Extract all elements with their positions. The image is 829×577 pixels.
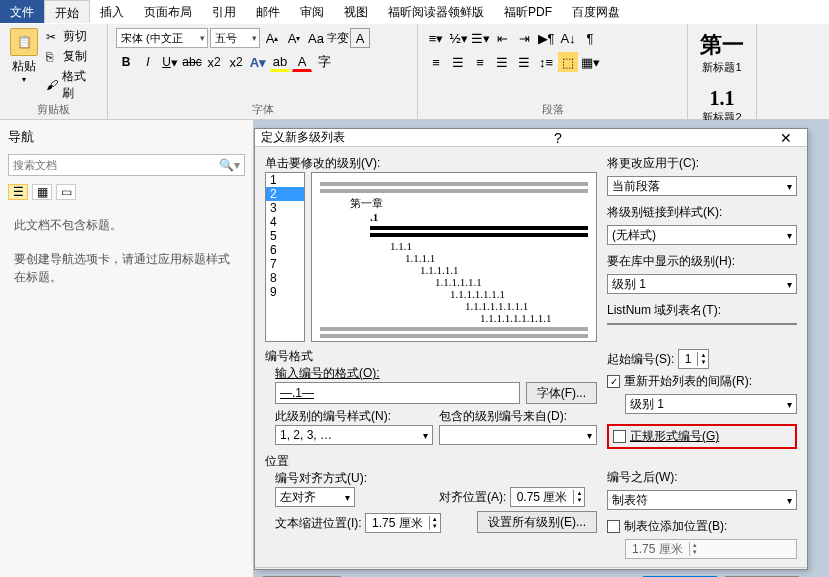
number-format-input[interactable]: —.1— xyxy=(275,382,520,404)
style-heading1[interactable]: 第一 新标题1 xyxy=(696,28,748,77)
align-left-button[interactable]: ≡ xyxy=(426,52,446,72)
format-painter-button[interactable]: 🖌格式刷 xyxy=(46,68,97,102)
superscript-button[interactable]: x2 xyxy=(226,52,246,72)
tab-file[interactable]: 文件 xyxy=(0,0,44,23)
level-list[interactable]: 1 2 3 4 5 6 7 8 9 xyxy=(265,172,305,342)
multilevel-button[interactable]: ☰▾ xyxy=(470,28,490,48)
tab-insert[interactable]: 插入 xyxy=(90,0,134,23)
grow-font-button[interactable]: A▴ xyxy=(262,28,282,48)
clear-format-button[interactable]: A xyxy=(350,28,370,48)
fmt-section-label: 编号格式 xyxy=(265,348,597,365)
highlight-button[interactable]: ab xyxy=(270,52,290,72)
tab-review[interactable]: 审阅 xyxy=(290,0,334,23)
distribute-button[interactable]: ☰ xyxy=(514,52,534,72)
pages-tab[interactable]: ▦ xyxy=(32,184,52,200)
justify-button[interactable]: ☰ xyxy=(492,52,512,72)
ltr-button[interactable]: ▶¶ xyxy=(536,28,556,48)
start-at-spinner[interactable]: 1▲▼ xyxy=(678,349,710,369)
search-input[interactable]: 🔍▾ xyxy=(8,154,245,176)
copy-button[interactable]: ⎘复制 xyxy=(46,48,97,65)
legal-label: 正规形式编号(G) xyxy=(630,428,719,445)
follow-combo[interactable]: 制表符 xyxy=(607,490,797,510)
group-para-label: 段落 xyxy=(418,102,687,117)
tab-view[interactable]: 视图 xyxy=(334,0,378,23)
tab-foxit[interactable]: 福昕阅读器领鲜版 xyxy=(378,0,494,23)
restart-checkbox[interactable]: ✓ xyxy=(607,375,620,388)
include-level-combo[interactable] xyxy=(439,425,597,445)
change-case-button[interactable]: Aa xyxy=(306,28,326,48)
nav-hint-msg: 要创建导航选项卡，请通过应用标题样式在标题。 xyxy=(8,250,245,286)
listnum-label: ListNum 域列表名(T): xyxy=(607,302,797,319)
close-button[interactable]: ✕ xyxy=(771,130,801,146)
bullets-button[interactable]: ≡▾ xyxy=(426,28,446,48)
phonetic-guide-button[interactable]: 字变 xyxy=(328,28,348,48)
font-button[interactable]: 字体(F)... xyxy=(526,382,597,404)
font-color-button[interactable]: A xyxy=(292,52,312,72)
help-button[interactable]: ? xyxy=(548,130,568,146)
headings-tab[interactable]: ☰ xyxy=(8,184,28,200)
numbering-button[interactable]: ⅟₂▾ xyxy=(448,28,468,48)
restart-combo[interactable]: 级别 1 xyxy=(625,394,797,414)
align-at-spinner[interactable]: 0.75 厘米▲▼ xyxy=(510,487,586,507)
apply-to-combo[interactable]: 当前段落 xyxy=(607,176,797,196)
group-clipboard-label: 剪贴板 xyxy=(0,102,107,117)
num-style-label: 此级别的编号样式(N): xyxy=(275,408,433,425)
click-level-label: 单击要修改的级别(V): xyxy=(265,155,597,172)
show-marks-button[interactable]: ¶ xyxy=(580,28,600,48)
shrink-font-button[interactable]: A▾ xyxy=(284,28,304,48)
align-center-button[interactable]: ☰ xyxy=(448,52,468,72)
follow-label: 编号之后(W): xyxy=(607,469,797,486)
font-name-combo[interactable]: 宋体 (中文正 xyxy=(116,28,208,48)
tab-mail[interactable]: 邮件 xyxy=(246,0,290,23)
nav-title: 导航 xyxy=(8,128,245,146)
include-level-label: 包含的级别编号来自(D): xyxy=(439,408,597,425)
apply-to-label: 将更改应用于(C): xyxy=(607,155,797,172)
multilevel-list-dialog: 定义新多级列表 ? ✕ 单击要修改的级别(V): 1 2 3 4 5 6 7 8… xyxy=(254,128,808,570)
search-field[interactable] xyxy=(13,159,219,171)
decrease-indent-button[interactable]: ⇤ xyxy=(492,28,512,48)
tab-layout[interactable]: 页面布局 xyxy=(134,0,202,23)
borders-button[interactable]: ▦▾ xyxy=(580,52,600,72)
line-spacing-button[interactable]: ↕≡ xyxy=(536,52,556,72)
align-label: 编号对齐方式(U): xyxy=(275,471,367,485)
font-size-combo[interactable]: 五号 xyxy=(210,28,260,48)
tab-home[interactable]: 开始 xyxy=(44,0,90,23)
shading-button[interactable]: ⬚ xyxy=(558,52,578,72)
tab-ref[interactable]: 引用 xyxy=(202,0,246,23)
text-effects-button[interactable]: A▾ xyxy=(248,52,268,72)
sort-button[interactable]: A↓ xyxy=(558,28,578,48)
nav-empty-msg: 此文档不包含标题。 xyxy=(8,216,245,234)
tab-baidu[interactable]: 百度网盘 xyxy=(562,0,630,23)
gallery-combo[interactable]: 级别 1 xyxy=(607,274,797,294)
subscript-button[interactable]: x2 xyxy=(204,52,224,72)
strike-button[interactable]: abc xyxy=(182,52,202,72)
tab-at-checkbox[interactable] xyxy=(607,520,620,533)
align-combo[interactable]: 左对齐 xyxy=(275,487,355,507)
tab-foxitpdf[interactable]: 福昕PDF xyxy=(494,0,562,23)
enter-fmt-label: 输入编号的格式(O): xyxy=(275,365,597,382)
italic-button[interactable]: I xyxy=(138,52,158,72)
results-tab[interactable]: ▭ xyxy=(56,184,76,200)
enclose-char-button[interactable]: 字 xyxy=(314,52,334,72)
dialog-title: 定义新多级列表 xyxy=(261,129,345,146)
indent-label: 文本缩进位置(I): xyxy=(275,516,362,530)
legal-checkbox[interactable] xyxy=(613,430,626,443)
search-icon[interactable]: 🔍▾ xyxy=(219,158,240,172)
ribbon-body: 📋 粘贴 ▾ ✂剪切 ⎘复制 🖌格式刷 剪贴板 宋体 (中文正 五号 A▴ A▾… xyxy=(0,24,829,120)
num-style-combo[interactable]: 1, 2, 3, … xyxy=(275,425,433,445)
indent-spinner[interactable]: 1.75 厘米▲▼ xyxy=(365,513,441,533)
align-right-button[interactable]: ≡ xyxy=(470,52,490,72)
tab-at-spinner[interactable]: 1.75 厘米▲▼ xyxy=(625,539,797,559)
paste-button[interactable]: 📋 粘贴 ▾ xyxy=(6,26,42,104)
set-all-button[interactable]: 设置所有级别(E)... xyxy=(477,511,597,533)
listnum-input[interactable] xyxy=(607,323,797,325)
link-style-combo[interactable]: (无样式) xyxy=(607,225,797,245)
underline-button[interactable]: U▾ xyxy=(160,52,180,72)
group-font-label: 字体 xyxy=(108,102,417,117)
cut-button[interactable]: ✂剪切 xyxy=(46,28,97,45)
increase-indent-button[interactable]: ⇥ xyxy=(514,28,534,48)
pos-section-label: 位置 xyxy=(265,453,597,470)
bold-button[interactable]: B xyxy=(116,52,136,72)
start-at-label: 起始编号(S): xyxy=(607,352,674,366)
restart-label: 重新开始列表的间隔(R): xyxy=(624,373,752,390)
